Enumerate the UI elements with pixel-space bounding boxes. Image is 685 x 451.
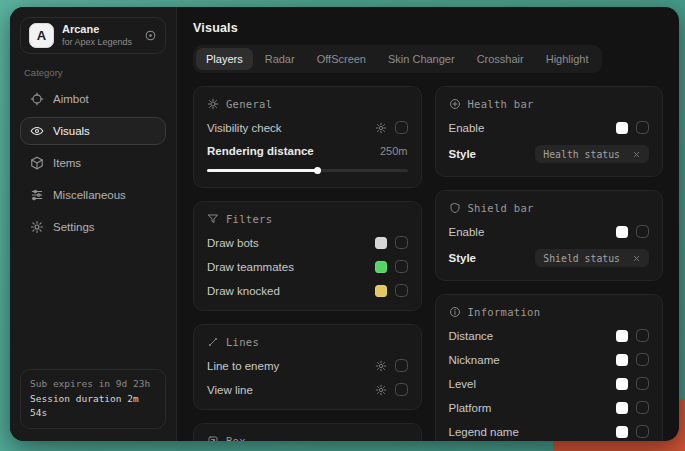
row-label: Draw bots [207,237,259,249]
gear-icon[interactable] [375,384,387,396]
draw-bots-checkbox[interactable] [395,236,408,249]
level-checkbox[interactable] [636,377,649,390]
row-controls [375,236,408,249]
tab-radar[interactable]: Radar [255,48,305,70]
card-header: Information [449,306,650,318]
row-label: Draw teammates [207,261,294,273]
enable-checkbox[interactable] [636,121,649,134]
row-label: Enable [449,226,485,238]
card-header: General [207,98,408,110]
row-controls [616,425,649,438]
visibility-check-checkbox[interactable] [395,121,408,134]
row-draw-bots: Draw bots [207,236,408,249]
rendering-distance-slider[interactable] [207,167,408,174]
distance-checkbox[interactable] [636,329,649,342]
row-controls [375,383,408,396]
sidebar-item-label: Visuals [53,125,90,137]
draw-knocked-checkbox[interactable] [395,284,408,297]
color-swatch[interactable] [616,426,628,438]
category-label: Category [24,67,162,78]
brand-card: A Arcane for Apex Legends [20,17,166,54]
tab-offscreen[interactable]: OffScreen [307,48,376,70]
style-select[interactable]: Health status [535,145,649,163]
row-enable: Enable [449,121,650,134]
tab-skin-changer[interactable]: Skin Changer [378,48,465,70]
close-icon[interactable] [632,254,641,263]
row-controls [375,121,408,134]
card-header: Box [207,435,408,441]
sidebar-item-settings[interactable]: Settings [20,213,166,241]
enable-checkbox[interactable] [636,225,649,238]
card-health-bar: Health barEnableStyleHealth status [435,86,664,177]
color-swatch[interactable] [375,237,387,249]
row-enable: Enable [449,225,650,238]
sidebar-item-items[interactable]: Items [20,149,166,177]
row-draw-knocked: Draw knocked [207,284,408,297]
legend-name-checkbox[interactable] [636,425,649,438]
card-title: Filters [226,213,272,225]
row-controls [616,121,649,134]
app-subtitle: for Apex Legends [62,37,136,48]
view-line-checkbox[interactable] [395,383,408,396]
sidebar-item-label: Items [53,157,81,169]
color-swatch[interactable] [616,226,628,238]
card-lines: LinesLine to enemyView line [193,324,422,410]
draw-teammates-checkbox[interactable] [395,260,408,273]
card-general: GeneralVisibility checkRendering distanc… [193,86,422,188]
card-box: BoxEnableEnable background [193,423,422,441]
row-label: Legend name [449,426,519,438]
color-swatch[interactable] [375,285,387,297]
card-filters: FiltersDraw botsDraw teammatesDraw knock… [193,201,422,311]
row-label: Platform [449,402,492,414]
tab-crosshair[interactable]: Crosshair [467,48,534,70]
line-to-enemy-checkbox[interactable] [395,359,408,372]
sidebar-item-label: Aimbot [53,93,89,105]
row-draw-teammates: Draw teammates [207,260,408,273]
gear-icon[interactable] [375,360,387,372]
card-shield-bar: Shield barEnableStyleShield status [435,190,664,281]
color-swatch[interactable] [616,402,628,414]
row-controls [375,359,408,372]
row-style: StyleHealth status [449,145,650,163]
platform-checkbox[interactable] [636,401,649,414]
page-title: Visuals [193,21,663,35]
row-label: Visibility check [207,122,282,134]
card-header: Shield bar [449,202,650,214]
row-platform: Platform [449,401,650,414]
color-swatch[interactable] [616,354,628,366]
row-controls [616,353,649,366]
sidebar-nav: AimbotVisualsItemsMiscellaneousSettings [20,85,166,241]
row-controls [375,284,408,297]
slider-thumb[interactable] [314,167,321,174]
close-icon[interactable] [632,150,641,159]
sidebar-spacer [20,241,166,369]
row-line-to-enemy: Line to enemy [207,359,408,372]
card-header: Filters [207,213,408,225]
tab-highlight[interactable]: Highlight [536,48,599,70]
app-logo: A [29,23,54,48]
row-rendering-distance: Rendering distance250m [207,145,408,157]
tab-players[interactable]: Players [196,48,253,70]
row-distance: Distance [449,329,650,342]
tab-bar: PlayersRadarOffScreenSkin ChangerCrossha… [193,45,602,73]
brand-text: Arcane for Apex Legends [62,23,136,48]
main-panel: Visuals PlayersRadarOffScreenSkin Change… [177,7,679,441]
target-icon[interactable] [144,29,157,42]
color-swatch[interactable] [375,261,387,273]
row-label: Nickname [449,354,500,366]
nickname-checkbox[interactable] [636,353,649,366]
row-style: StyleShield status [449,249,650,267]
row-view-line: View line [207,383,408,396]
color-swatch[interactable] [616,330,628,342]
row-controls [616,377,649,390]
sidebar-item-miscellaneous[interactable]: Miscellaneous [20,181,166,209]
gear-icon[interactable] [375,122,387,134]
color-swatch[interactable] [616,122,628,134]
color-swatch[interactable] [616,378,628,390]
card-information: InformationDistanceNicknameLevelPlatform… [435,294,664,441]
sidebar-item-visuals[interactable]: Visuals [20,117,166,145]
style-select[interactable]: Shield status [535,249,649,267]
app-name: Arcane [62,23,136,37]
sidebar-item-aimbot[interactable]: Aimbot [20,85,166,113]
row-label: Enable [449,122,485,134]
